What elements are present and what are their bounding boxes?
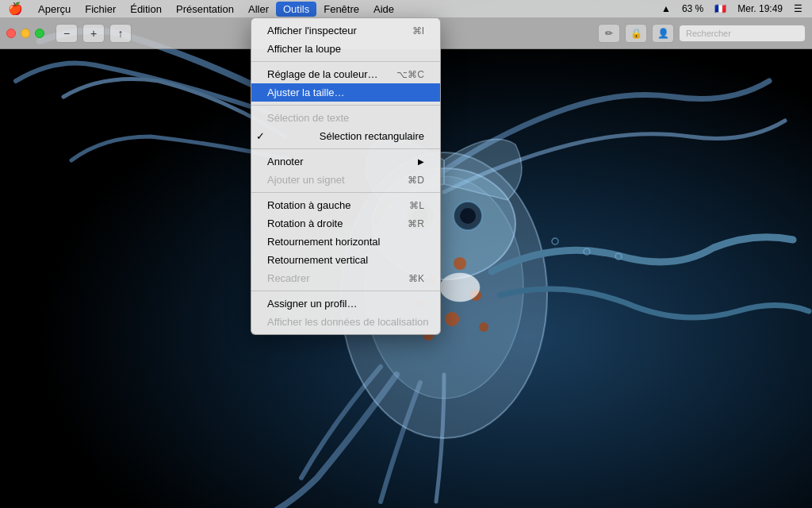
submenu-arrow-icon: ▶ bbox=[418, 157, 424, 166]
menu-retournement-horizontal[interactable]: Retournement horizontal bbox=[251, 233, 440, 251]
menu-selection-texte: Sélection de texte bbox=[251, 109, 440, 127]
menu-item-label: Assigner un profil… bbox=[267, 298, 357, 310]
menu-rotation-gauche[interactable]: Rotation à gauche ⌘L bbox=[251, 196, 440, 214]
search-input[interactable]: Rechercher bbox=[679, 25, 806, 42]
menubar-right: ▲ 63 % 🇫🇷 Mer. 19:49 ☰ bbox=[658, 3, 812, 14]
menubar-controlcenter-icon: ☰ bbox=[791, 3, 806, 14]
menu-separator-4 bbox=[251, 192, 440, 193]
menu-item-label: Annoter bbox=[267, 156, 304, 167]
menu-assigner-profil[interactable]: Assigner un profil… bbox=[251, 294, 440, 313]
menubar-aller[interactable]: Aller bbox=[241, 2, 276, 17]
close-button[interactable] bbox=[6, 29, 16, 38]
menubar-time: Mer. 19:49 bbox=[734, 3, 786, 14]
menu-item-label: Sélection rectangulaire bbox=[320, 130, 424, 142]
menubar-aide[interactable]: Aide bbox=[366, 2, 401, 17]
menu-item-label: Retournement vertical bbox=[267, 254, 368, 266]
traffic-lights bbox=[6, 29, 44, 38]
menubar-fichier[interactable]: Fichier bbox=[78, 2, 123, 17]
menubar: 🍎 Aperçu Fichier Édition Présentation Al… bbox=[0, 0, 812, 17]
menu-separator-1 bbox=[251, 61, 440, 62]
menu-afficher-inspecteur[interactable]: Afficher l'inspecteur ⌘I bbox=[251, 21, 440, 40]
menubar-edition[interactable]: Édition bbox=[123, 2, 169, 17]
menu-item-label: Afficher la loupe bbox=[267, 43, 341, 55]
menu-separator-2 bbox=[251, 105, 440, 106]
menu-ajouter-signet: Ajouter un signet ⌘D bbox=[251, 171, 440, 189]
menu-annoter[interactable]: Annoter ▶ bbox=[251, 152, 440, 171]
menu-item-label: Afficher l'inspecteur bbox=[267, 25, 357, 37]
menu-separator-3 bbox=[251, 148, 440, 149]
menu-item-label: Recadrer bbox=[267, 272, 309, 284]
apple-menu[interactable]: 🍎 bbox=[0, 2, 31, 16]
menu-item-shortcut: ⌥⌘C bbox=[396, 69, 424, 80]
search-placeholder: Rechercher bbox=[686, 29, 731, 38]
menu-item-shortcut: ⌘K bbox=[408, 273, 424, 284]
menubar-outils[interactable]: Outils bbox=[276, 2, 316, 17]
menu-item-label: Réglage de la couleur… bbox=[267, 68, 377, 80]
menubar-presentation[interactable]: Présentation bbox=[169, 2, 241, 17]
menu-item-shortcut: ⌘D bbox=[408, 175, 424, 186]
share-button[interactable]: ↑ bbox=[109, 24, 132, 43]
menu-item-label: Afficher les données de localisation bbox=[267, 316, 429, 328]
menu-retournement-vertical[interactable]: Retournement vertical bbox=[251, 251, 440, 269]
menubar-battery: 63 % bbox=[679, 3, 707, 14]
menu-item-label: Retournement horizontal bbox=[267, 236, 380, 248]
menu-ajuster-taille[interactable]: Ajuster la taille… bbox=[251, 83, 440, 102]
menu-item-label: Ajouter un signet bbox=[267, 174, 345, 186]
pen-tool-button[interactable]: ✏ bbox=[598, 24, 620, 43]
menu-reglage-couleur[interactable]: Réglage de la couleur… ⌥⌘C bbox=[251, 65, 440, 83]
menu-item-shortcut: ⌘R bbox=[408, 218, 424, 229]
menu-separator-5 bbox=[251, 291, 440, 291]
menu-afficher-loupe[interactable]: Afficher la loupe bbox=[251, 40, 440, 58]
menubar-wifi-icon: ▲ bbox=[658, 3, 674, 14]
minimize-button[interactable] bbox=[21, 29, 30, 38]
menu-recadrer: Recadrer ⌘K bbox=[251, 269, 440, 287]
menubar-apercu[interactable]: Aperçu bbox=[31, 2, 78, 17]
menu-item-label: Sélection de texte bbox=[267, 112, 349, 124]
menu-selection-rectangulaire[interactable]: Sélection rectangulaire bbox=[251, 127, 440, 145]
zoom-out-button[interactable]: − bbox=[56, 24, 78, 43]
menu-item-shortcut: ⌘L bbox=[409, 200, 424, 211]
fullscreen-button[interactable] bbox=[35, 29, 44, 38]
menubar-fenetre[interactable]: Fenêtre bbox=[316, 2, 366, 17]
lock-button[interactable]: 🔒 bbox=[625, 24, 647, 43]
menu-item-label: Rotation à droite bbox=[267, 217, 343, 229]
zoom-in-button[interactable]: + bbox=[82, 24, 105, 43]
outils-dropdown-menu: Afficher l'inspecteur ⌘I Afficher la lou… bbox=[251, 17, 441, 335]
menubar-flag: 🇫🇷 bbox=[711, 3, 730, 14]
menu-item-label: Rotation à gauche bbox=[267, 199, 351, 211]
person-button[interactable]: 👤 bbox=[652, 24, 674, 43]
menu-afficher-localisation: Afficher les données de localisation bbox=[251, 313, 440, 331]
menu-rotation-droite[interactable]: Rotation à droite ⌘R bbox=[251, 214, 440, 233]
toolbar-right-controls: ✏ 🔒 👤 Rechercher bbox=[598, 24, 806, 43]
menu-item-label: Ajuster la taille… bbox=[267, 87, 345, 98]
menu-item-shortcut: ⌘I bbox=[412, 25, 424, 37]
